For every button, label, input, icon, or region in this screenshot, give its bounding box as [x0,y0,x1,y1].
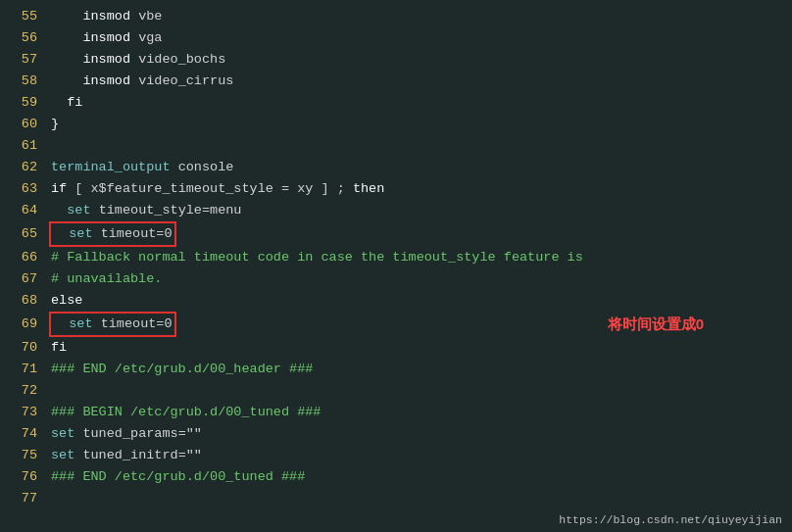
code-line: 70fi [0,337,792,359]
code-line: 67# unavailable. [0,268,792,290]
code-line: 64 set timeout_style=menu [0,200,792,221]
highlighted-code: set timeout=0 [49,312,176,337]
code-line: 63if [ x$feature_timeout_style = xy ] ; … [0,178,792,200]
code-line: 56 insmod vga [0,27,792,49]
code-line: 61 [0,135,792,157]
line-number: 62 [8,157,37,178]
line-number: 69 [8,314,37,335]
code-line: 55 insmod vbe [0,6,792,27]
annotation-text: 将时间设置成0 [608,315,704,334]
line-number: 75 [8,445,37,466]
line-number: 57 [8,49,37,71]
code-line: 71### END /etc/grub.d/00_header ### [0,359,792,380]
code-line: 60} [0,114,792,135]
code-line: 68else [0,290,792,312]
line-number: 74 [8,423,37,445]
code-line: 58 insmod video_cirrus [0,71,792,92]
line-number: 59 [8,92,37,114]
code-line: 77 [0,488,792,509]
code-container: 55 insmod vbe56 insmod vga57 insmod vide… [0,0,792,515]
line-number: 63 [8,178,37,200]
code-line: 59 fi [0,92,792,114]
code-line: 57 insmod video_bochs [0,49,792,71]
line-number: 70 [8,337,37,359]
line-number: 56 [8,27,37,49]
bottom-link: https://blog.csdn.net/qiuyeyijian [559,513,782,526]
line-number: 72 [8,380,37,402]
line-number: 60 [8,114,37,135]
line-number: 55 [8,6,37,27]
code-line: 74set tuned_params="" [0,423,792,445]
code-line: 66# Fallback normal timeout code in case… [0,247,792,268]
line-number: 58 [8,71,37,92]
line-number: 64 [8,200,37,221]
line-number: 61 [8,135,37,157]
code-line: 72 [0,380,792,402]
line-number: 67 [8,268,37,290]
code-line: 75set tuned_initrd="" [0,445,792,466]
line-number: 77 [8,488,37,509]
code-line: 65 set timeout=0 [0,221,792,247]
code-line: 76### END /etc/grub.d/00_tuned ### [0,466,792,488]
line-number: 66 [8,247,37,268]
highlighted-code: set timeout=0 [49,221,176,247]
code-line: 73### BEGIN /etc/grub.d/00_tuned ### [0,402,792,423]
line-number: 65 [8,223,37,245]
line-number: 76 [8,466,37,488]
code-line: 62terminal_output console [0,157,792,178]
line-number: 68 [8,290,37,312]
line-number: 71 [8,359,37,380]
line-number: 73 [8,402,37,423]
